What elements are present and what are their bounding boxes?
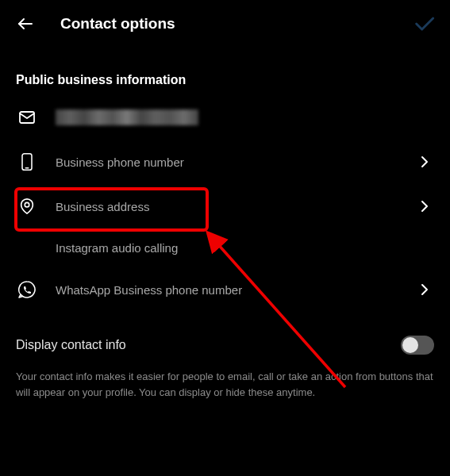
confirm-button[interactable] xyxy=(412,12,436,36)
page-title: Contact options xyxy=(60,15,175,33)
chevron-right-icon xyxy=(417,282,433,298)
display-contact-description: Your contact info makes it easier for pe… xyxy=(0,366,450,413)
check-icon xyxy=(413,13,435,35)
mail-icon xyxy=(17,108,37,127)
phone-label: Business phone number xyxy=(56,155,417,169)
arrow-left-icon xyxy=(16,14,35,33)
display-contact-label: Display contact info xyxy=(16,338,126,352)
display-contact-row: Display contact info xyxy=(0,312,450,366)
whatsapp-icon xyxy=(17,280,37,299)
phone-icon xyxy=(17,152,37,171)
svg-point-4 xyxy=(25,202,29,206)
chevron-right-icon xyxy=(417,198,433,214)
audio-calling-item[interactable]: Instagram audio calling xyxy=(0,228,450,267)
section-heading: Public business information xyxy=(0,48,450,95)
email-item[interactable] xyxy=(0,95,450,140)
address-item[interactable]: Business address xyxy=(0,184,450,228)
display-contact-toggle[interactable] xyxy=(401,336,434,355)
address-label: Business address xyxy=(56,200,417,213)
back-button[interactable] xyxy=(14,13,37,35)
chevron-right-icon xyxy=(417,154,433,170)
audio-calling-label: Instagram audio calling xyxy=(56,241,433,255)
phone-item[interactable]: Business phone number xyxy=(0,140,450,184)
whatsapp-label: WhatsApp Business phone number xyxy=(56,283,417,297)
toggle-knob xyxy=(402,337,418,353)
whatsapp-item[interactable]: WhatsApp Business phone number xyxy=(0,267,450,312)
email-value-redacted xyxy=(56,109,198,125)
location-pin-icon xyxy=(17,197,37,216)
header: Contact options xyxy=(0,0,450,48)
